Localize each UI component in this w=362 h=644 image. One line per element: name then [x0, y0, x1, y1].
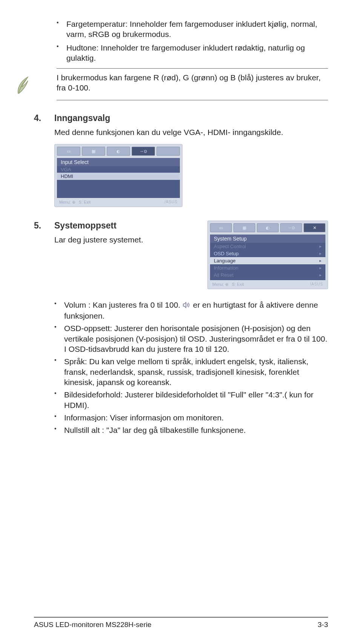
- osd-item-list: VGA HDMI: [57, 166, 180, 198]
- bullet-text: Språk: Du kan velge mellom ti språk, ink…: [58, 356, 328, 387]
- footer-left: ASUS LED-monitoren MS228H-serie: [34, 621, 152, 629]
- top-bullet-list: • Fargetemperatur: Inneholder fem fargem…: [34, 19, 328, 63]
- bullet-icon: •: [54, 356, 58, 364]
- osd-brand: /ASUS: [310, 282, 323, 287]
- osd-item-osdsetup: OSD Setup▸: [210, 250, 325, 257]
- osd-item-language: Language▸: [210, 257, 325, 264]
- chevron-right-icon: ▸: [319, 258, 322, 263]
- osd-panel-title: Input Select: [57, 158, 180, 166]
- osd-item-allreset: All Reset▸: [210, 271, 325, 279]
- osd-item-list: Aspect Control▸ OSD Setup▸ Language▸ Inf…: [210, 243, 325, 280]
- list-item: • OSD-oppsett: Justerer den horisontale …: [54, 323, 328, 354]
- osd-panel-title: System Setup: [210, 235, 325, 243]
- bullet-text: OSD-oppsett: Justerer den horisontale po…: [58, 323, 328, 354]
- osd-tab-bar: ▭ ▦ ◐ →⊙ ✕: [210, 223, 325, 232]
- bullet-icon: •: [54, 389, 58, 397]
- divider: [57, 68, 328, 69]
- bullet-text: Informasjon: Viser informasjon om monito…: [58, 412, 328, 423]
- osd-tab-icon: ▦: [82, 147, 105, 156]
- osd-tab-input-icon: →⊙: [132, 147, 155, 156]
- osd-brand: /ASUS: [164, 200, 178, 205]
- bullet-text: Hudtone: Inneholder tre fargemoduser ink…: [60, 43, 328, 63]
- chevron-right-icon: ▸: [319, 273, 322, 278]
- bullet-text: Fargetemperatur: Inneholder fem fargemod…: [60, 19, 328, 40]
- section-inngangsvalg: 4. Inngangsvalg Med denne funksjonen kan…: [34, 113, 328, 207]
- bullet-icon: •: [57, 19, 60, 27]
- bullet-text: Volum : Kan justeres fra 0 til 100. er e…: [58, 300, 328, 321]
- osd-item-vga: VGA: [57, 166, 180, 173]
- osd-item-information: Information▸: [210, 264, 325, 271]
- section-body: Med denne funksjonen kan du velge VGA-, …: [34, 127, 328, 137]
- bullet-icon: •: [54, 425, 58, 433]
- section-title: Systemoppsett: [54, 221, 117, 231]
- list-item: • Språk: Du kan velge mellom ti språk, i…: [54, 356, 328, 387]
- osd-footer: Menu: ⊕ S: Exit /ASUS: [210, 282, 325, 287]
- osd-menu-label: Menu: ⊕: [59, 200, 75, 204]
- section-body: Lar deg justere systemet.: [34, 235, 198, 245]
- osd-tab-icon: →⊙: [280, 223, 302, 232]
- bullet-icon: •: [54, 412, 58, 420]
- chevron-right-icon: ▸: [319, 244, 322, 249]
- osd-system-setup-panel: ▭ ▦ ◐ →⊙ ✕ System Setup Aspect Control▸ …: [207, 221, 328, 289]
- list-item: • Fargetemperatur: Inneholder fem fargem…: [57, 19, 328, 40]
- osd-input-select-panel: ▭ ▦ ◐ →⊙ Input Select VGA HDMI Menu: ⊕ S…: [54, 144, 183, 207]
- osd-tab-bar: ▭ ▦ ◐ →⊙: [57, 147, 180, 156]
- speaker-icon: [183, 301, 191, 311]
- bullet-icon: •: [54, 300, 58, 308]
- osd-menu-label: Menu: ⊕: [212, 282, 229, 287]
- section-number: 5.: [34, 221, 54, 231]
- osd-item-aspect: Aspect Control▸: [210, 243, 325, 250]
- list-item: • Bildesideforhold: Justerer bildesidefo…: [54, 389, 328, 410]
- bullet-icon: •: [57, 43, 60, 51]
- osd-item-hdmi: HDMI: [57, 173, 180, 180]
- page-number: 3-3: [318, 621, 328, 629]
- osd-exit-label: S: Exit: [232, 282, 244, 287]
- section-title: Inngangsvalg: [54, 113, 110, 123]
- feather-icon: [15, 75, 31, 98]
- bullet-text: Bildesideforhold: Justerer bildesideforh…: [58, 389, 328, 410]
- lower-bullet-list: • Volum : Kan justeres fra 0 til 100. er…: [34, 300, 328, 435]
- osd-tab-blank: [156, 147, 180, 156]
- osd-tab-icon: ◐: [107, 147, 130, 156]
- divider: [57, 100, 328, 100]
- osd-tab-icon: ◐: [257, 223, 279, 232]
- list-item: • Nullstill alt : "Ja" lar deg gå tilbak…: [54, 425, 328, 435]
- chevron-right-icon: ▸: [319, 251, 322, 256]
- list-item: • Volum : Kan justeres fra 0 til 100. er…: [54, 300, 328, 321]
- bullet-icon: •: [54, 323, 58, 331]
- osd-exit-label: S: Exit: [79, 200, 91, 204]
- note-text: I brukermodus kan fargene R (rød), G (gr…: [34, 72, 328, 93]
- osd-tab-icon: ▭: [57, 147, 80, 156]
- osd-tab-system-icon: ✕: [304, 223, 325, 232]
- divider: [34, 617, 328, 618]
- list-item: • Informasjon: Viser informasjon om moni…: [54, 412, 328, 423]
- section-systemoppsett: 5. Systemoppsett Lar deg justere systeme…: [34, 221, 328, 289]
- page-footer: ASUS LED-monitoren MS228H-serie 3-3: [34, 617, 328, 629]
- osd-tab-icon: ▦: [233, 223, 255, 232]
- bullet-text: Nullstill alt : "Ja" lar deg gå tilbakes…: [58, 425, 328, 435]
- chevron-right-icon: ▸: [319, 265, 322, 270]
- section-number: 4.: [34, 113, 54, 123]
- osd-tab-icon: ▭: [210, 223, 232, 232]
- list-item: • Hudtone: Inneholder tre fargemoduser i…: [57, 43, 328, 63]
- osd-footer: Menu: ⊕ S: Exit /ASUS: [57, 199, 180, 205]
